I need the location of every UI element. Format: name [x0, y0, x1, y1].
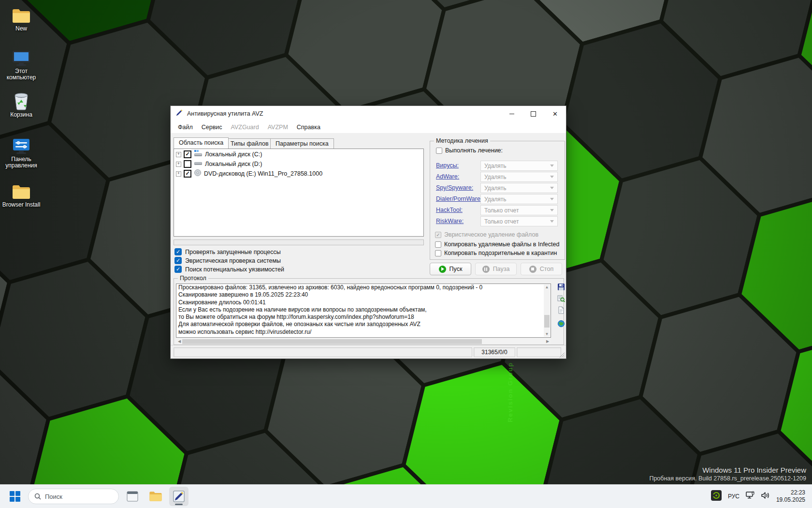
search-area-tree: + ✓ Локальный диск (C:) + ✓ Локальный ди… — [174, 149, 424, 237]
log-line: Для автоматической проверки файлов, не о… — [176, 321, 551, 328]
globe-icon[interactable] — [557, 319, 566, 328]
treatment-group-title: Методика лечения — [434, 137, 490, 144]
avz-app-icon — [173, 491, 185, 502]
nvidia-icon[interactable] — [710, 490, 722, 503]
desktop-icon-recycle-bin[interactable]: Корзина — [0, 90, 43, 118]
log-line: Сканирование завершено в 19.05.2025 22:2… — [176, 291, 551, 299]
desktop-icon-control-panel[interactable]: Панель управления — [0, 134, 43, 169]
checkbox[interactable]: ✓ — [184, 170, 191, 178]
maximize-button[interactable] — [522, 106, 544, 121]
option-heuristic-check[interactable]: ✓ Эвристическая проверка системы — [174, 257, 281, 264]
stop-button: Стоп — [521, 263, 562, 275]
checkbox[interactable]: ✓ — [184, 160, 191, 168]
avz-window: Антивирусная утилита AVZ ✕ Файл Сервис A… — [170, 105, 566, 359]
expand-icon[interactable]: + — [176, 152, 181, 157]
treatment-row-adware: AdWare: Удалять — [436, 172, 560, 182]
taskbar-file-explorer[interactable] — [146, 487, 165, 506]
status-panel — [174, 347, 472, 357]
taskbar-clock[interactable]: 22:23 19.05.2025 — [776, 489, 805, 504]
option-vulnerability-search[interactable]: ✓ Поиск потенциальных уязвимостей — [174, 266, 284, 273]
horizontal-scrollbar[interactable]: ◀▶ — [176, 339, 551, 344]
start-button[interactable]: Пуск — [430, 263, 471, 275]
title-bar: Антивирусная утилита AVZ ✕ — [171, 106, 566, 121]
search-icon[interactable] — [557, 294, 566, 303]
window-content: Область поиска Типы файлов Параметры пои… — [171, 133, 566, 359]
dialer-link[interactable]: Dialer/PornWare: — [436, 195, 482, 202]
recycle-bin-icon — [0, 90, 43, 110]
folder-icon — [149, 491, 162, 502]
taskbar-search[interactable]: Поиск — [28, 489, 119, 504]
search-icon — [34, 493, 41, 500]
scrollbar-thumb[interactable] — [182, 339, 482, 344]
desktop-icon-browser-install[interactable]: Browser Install — [0, 180, 43, 208]
volume-icon[interactable] — [761, 492, 770, 501]
protocol-group: Протокол Просканировано файлов: 31365, и… — [174, 278, 564, 345]
taskbar-avz[interactable] — [169, 487, 188, 506]
checkbox[interactable]: ✓ — [174, 257, 182, 264]
treatment-row-riskware: RiskWare: Только отчет — [436, 216, 560, 226]
taskbar-app-window[interactable] — [123, 487, 142, 506]
expand-icon[interactable]: + — [176, 171, 181, 177]
desktop-icon-this-pc[interactable]: Этот компьютер — [0, 46, 43, 81]
network-icon[interactable] — [745, 491, 755, 502]
resize-grip[interactable] — [559, 352, 565, 358]
windows-logo-icon — [10, 491, 20, 502]
close-button[interactable]: ✕ — [544, 106, 566, 121]
status-panel — [517, 347, 561, 357]
save-icon[interactable] — [557, 283, 566, 291]
hacktool-link[interactable]: HackTool: — [436, 207, 463, 213]
option-check-processes[interactable]: ✓ Проверять запущенные процессы — [174, 248, 281, 255]
perform-treatment-option[interactable]: ✓ Выполнять лечение: — [436, 147, 503, 154]
viruses-link[interactable]: Вирусы: — [436, 162, 459, 169]
expand-icon[interactable]: + — [176, 162, 181, 167]
menu-service[interactable]: Сервис — [197, 124, 227, 131]
checkbox[interactable]: ✓ — [435, 241, 441, 248]
tree-row-disk-c[interactable]: + ✓ Локальный диск (C:) — [176, 150, 423, 159]
spyware-action-dropdown: Удалять — [480, 183, 558, 193]
desktop-icon-new[interactable]: New — [0, 4, 43, 32]
option-copy-suspicious-quarantine[interactable]: ✓ Копировать подозрительные в карантин — [435, 250, 557, 256]
disk-icon — [194, 160, 203, 168]
dialer-action-dropdown: Удалять — [480, 194, 558, 204]
checkbox[interactable]: ✓ — [174, 248, 182, 255]
checkbox[interactable]: ✓ — [436, 148, 442, 154]
checkbox[interactable]: ✓ — [174, 266, 182, 273]
checkbox: ✓ — [435, 232, 441, 238]
log-line: Если у Вас есть подозрение на наличие ви… — [176, 306, 551, 314]
checkbox[interactable]: ✓ — [184, 150, 191, 158]
computer-icon — [0, 46, 43, 67]
stop-icon — [529, 266, 536, 273]
status-counters: 31365/0/0 — [474, 347, 515, 357]
chevron-down-icon — [550, 198, 554, 200]
start-menu-button[interactable] — [6, 487, 24, 506]
viruses-action-dropdown: Удалять — [480, 161, 558, 171]
riskware-link[interactable]: RiskWare: — [436, 218, 464, 224]
wallpaper-signature: Revision Group — [507, 362, 514, 422]
tab-file-types[interactable]: Типы файлов — [225, 138, 274, 149]
tab-search-params[interactable]: Параметры поиска — [270, 138, 334, 149]
checkbox[interactable]: ✓ — [435, 250, 441, 256]
minimize-button[interactable] — [501, 106, 522, 121]
folder-icon — [0, 180, 43, 200]
hacktool-action-dropdown: Только отчет — [480, 205, 558, 215]
scrollbar-thumb[interactable] — [544, 315, 550, 328]
chevron-down-icon — [550, 176, 554, 178]
menu-file[interactable]: Файл — [174, 124, 197, 131]
adware-link[interactable]: AdWare: — [436, 173, 459, 180]
document-icon[interactable] — [557, 306, 566, 314]
language-indicator[interactable]: РУС — [728, 493, 740, 500]
menu-bar: Файл Сервис AVZGuard AVZPM Справка — [171, 121, 566, 133]
chevron-down-icon — [550, 209, 554, 211]
pause-icon — [482, 266, 490, 273]
option-copy-deleted-infected[interactable]: ✓ Копировать удаляемые файлы в Infected — [435, 241, 559, 248]
vertical-scrollbar[interactable]: ▲▼ — [544, 284, 550, 337]
log-line: то Вы можете обратиться на форум http://… — [176, 314, 551, 321]
tab-search-area[interactable]: Область поиска — [174, 137, 229, 149]
menu-help[interactable]: Справка — [292, 124, 325, 131]
tree-row-dvd-e[interactable]: + ✓ DVD-дисковод (E:) Win11_Pro_27858.10… — [176, 169, 423, 178]
spyware-link[interactable]: Spy/Spyware: — [436, 184, 473, 191]
chevron-down-icon — [550, 164, 554, 167]
folder-icon — [0, 4, 43, 24]
tree-row-disk-d[interactable]: + ✓ Локальный диск (D:) — [176, 160, 423, 168]
desktop: Revision Group New Этот компьютер Корзин… — [0, 0, 812, 508]
